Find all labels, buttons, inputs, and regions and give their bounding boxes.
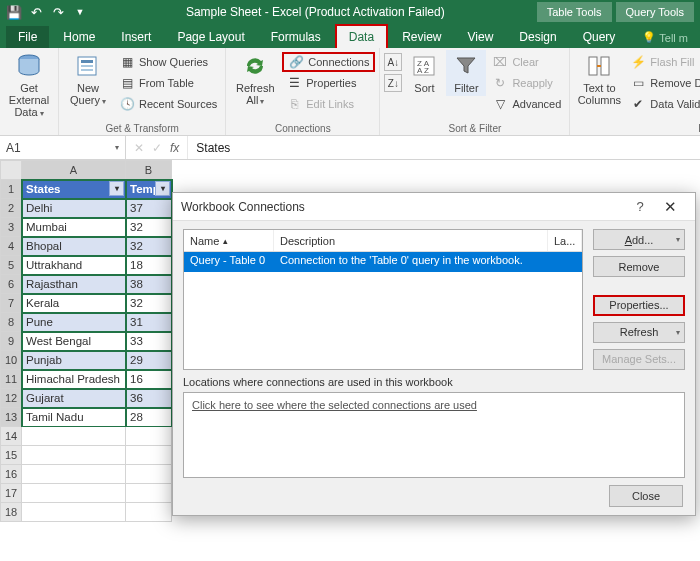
row-header[interactable]: 4	[0, 237, 22, 256]
edit-links-button[interactable]: ⎘Edit Links	[282, 94, 375, 114]
clear-button[interactable]: ⌧Clear	[488, 52, 565, 72]
row-header[interactable]: 9	[0, 332, 22, 351]
row-header[interactable]: 16	[0, 465, 22, 484]
formula-input[interactable]: States	[187, 136, 700, 159]
row-header[interactable]: 13	[0, 408, 22, 427]
table-cell[interactable]	[126, 503, 172, 522]
table-cell[interactable]: 28	[126, 408, 172, 427]
table-cell[interactable]: Kerala	[22, 294, 126, 313]
get-external-data-button[interactable]: Get ExternalData▾	[4, 50, 54, 122]
close-button[interactable]: Close	[609, 485, 683, 507]
table-cell[interactable]: 38	[126, 275, 172, 294]
row-header[interactable]: 1	[0, 180, 22, 199]
table-cell[interactable]: 16	[126, 370, 172, 389]
recent-sources-button[interactable]: 🕓Recent Sources	[115, 94, 221, 114]
filter-button[interactable]: Filter	[446, 50, 486, 96]
connections-list[interactable]: Name▴ Description La... Query - Table 0 …	[183, 229, 583, 370]
row-header[interactable]: 12	[0, 389, 22, 408]
reapply-button[interactable]: ↻Reapply	[488, 73, 565, 93]
flash-fill-button[interactable]: ⚡Flash Fill	[626, 52, 700, 72]
row-header[interactable]: 11	[0, 370, 22, 389]
table-cell[interactable]: West Bengal	[22, 332, 126, 351]
table-cell[interactable]: 32	[126, 218, 172, 237]
undo-icon[interactable]: ↶	[28, 4, 44, 20]
remove-duplicates-button[interactable]: ▭Remove Dupl	[626, 73, 700, 93]
data-validation-button[interactable]: ✔Data Validation	[626, 94, 700, 114]
tab-review[interactable]: Review	[390, 26, 453, 48]
tab-design[interactable]: Design	[507, 26, 568, 48]
table-cell[interactable]	[126, 446, 172, 465]
row-header[interactable]: 2	[0, 199, 22, 218]
column-header-b[interactable]: B	[126, 160, 172, 180]
remove-button[interactable]: Remove	[593, 256, 685, 277]
table-cell[interactable]	[22, 484, 126, 503]
enter-icon[interactable]: ✓	[152, 141, 162, 155]
table-cell[interactable]: 31	[126, 313, 172, 332]
table-cell[interactable]	[126, 465, 172, 484]
redo-icon[interactable]: ↷	[50, 4, 66, 20]
advanced-button[interactable]: ▽Advanced	[488, 94, 565, 114]
table-cell[interactable]: Punjab	[22, 351, 126, 370]
dialog-close-button[interactable]: ✕	[653, 198, 687, 216]
show-queries-button[interactable]: ▦Show Queries	[115, 52, 221, 72]
tab-view[interactable]: View	[456, 26, 506, 48]
row-header[interactable]: 18	[0, 503, 22, 522]
table-cell[interactable]: 37	[126, 199, 172, 218]
row-header[interactable]: 7	[0, 294, 22, 313]
properties-dialog-button[interactable]: Properties...	[593, 295, 685, 316]
add-button[interactable]: Add...▾	[593, 229, 685, 250]
tab-pagelayout[interactable]: Page Layout	[165, 26, 256, 48]
table-cell[interactable]: Bhopal	[22, 237, 126, 256]
connections-button[interactable]: 🔗Connections	[282, 52, 375, 72]
from-table-button[interactable]: ▤From Table	[115, 73, 221, 93]
refresh-all-button[interactable]: RefreshAll▾	[230, 50, 280, 110]
row-header[interactable]: 15	[0, 446, 22, 465]
table-header-cell[interactable]: States▾	[22, 180, 126, 199]
table-cell[interactable]: 36	[126, 389, 172, 408]
locations-box[interactable]: Click here to see where the selected con…	[183, 392, 685, 478]
connection-row[interactable]: Query - Table 0 Connection to the 'Table…	[184, 252, 582, 272]
sort-asc-button[interactable]: A↓	[384, 52, 402, 72]
new-query-button[interactable]: NewQuery▾	[63, 50, 113, 110]
qat-customize-icon[interactable]: ▼	[72, 4, 88, 20]
save-icon[interactable]: 💾	[6, 4, 22, 20]
row-header[interactable]: 3	[0, 218, 22, 237]
row-header[interactable]: 6	[0, 275, 22, 294]
cancel-icon[interactable]: ✕	[134, 141, 144, 155]
table-cell[interactable]: Uttrakhand	[22, 256, 126, 275]
filter-dropdown-icon[interactable]: ▾	[109, 181, 124, 196]
table-cell[interactable]	[22, 465, 126, 484]
table-cell[interactable]: Tamil Nadu	[22, 408, 126, 427]
properties-button[interactable]: ☰Properties	[282, 73, 375, 93]
row-header[interactable]: 17	[0, 484, 22, 503]
table-cell[interactable]: Gujarat	[22, 389, 126, 408]
table-cell[interactable]: Delhi	[22, 199, 126, 218]
fx-icon[interactable]: fx	[170, 141, 179, 155]
table-cell[interactable]	[126, 484, 172, 503]
table-cell[interactable]: 33	[126, 332, 172, 351]
filter-dropdown-icon[interactable]: ▾	[155, 181, 170, 196]
col-header-description[interactable]: Description	[274, 230, 548, 251]
tab-data[interactable]: Data	[335, 24, 388, 48]
table-cell[interactable]: 32	[126, 294, 172, 313]
table-cell[interactable]: Mumbai	[22, 218, 126, 237]
sort-desc-button[interactable]: Z↓	[384, 73, 402, 93]
table-cell[interactable]: Himachal Pradesh	[22, 370, 126, 389]
tab-insert[interactable]: Insert	[109, 26, 163, 48]
table-cell[interactable]: Rajasthan	[22, 275, 126, 294]
tab-query[interactable]: Query	[571, 26, 628, 48]
locations-hint[interactable]: Click here to see where the selected con…	[192, 399, 477, 411]
table-cell[interactable]	[126, 427, 172, 446]
table-cell[interactable]: 18	[126, 256, 172, 275]
table-cell[interactable]	[22, 446, 126, 465]
tab-formulas[interactable]: Formulas	[259, 26, 333, 48]
refresh-dialog-button[interactable]: Refresh▾	[593, 322, 685, 343]
row-header[interactable]: 10	[0, 351, 22, 370]
table-cell[interactable]	[22, 427, 126, 446]
row-header[interactable]: 5	[0, 256, 22, 275]
dialog-help-button[interactable]: ?	[627, 199, 653, 214]
sort-button[interactable]: Z AA Z Sort	[404, 50, 444, 96]
tab-file[interactable]: File	[6, 26, 49, 48]
tab-home[interactable]: Home	[51, 26, 107, 48]
dialog-title-bar[interactable]: Workbook Connections ? ✕	[173, 193, 695, 221]
